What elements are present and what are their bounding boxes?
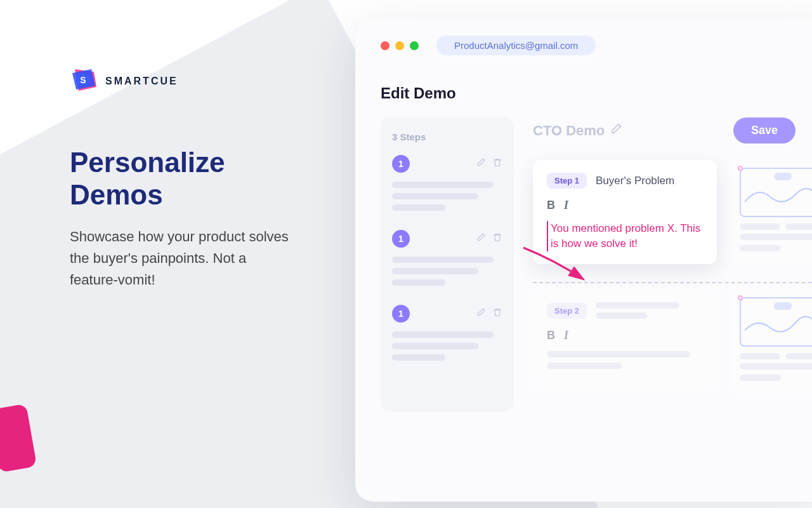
brand-logo: S SMARTCUE (70, 67, 298, 96)
step2-tag: Step 2 (547, 303, 587, 319)
italic-button[interactable]: I (564, 199, 568, 212)
steps-count: 3 Steps (392, 131, 502, 142)
step2-screenshot[interactable] (732, 290, 812, 394)
brand-name: SMARTCUE (105, 76, 178, 87)
hero-subtext: Showcase how your product solves the buy… (70, 226, 298, 291)
page-title: Edit Demo (355, 55, 812, 117)
logo-mark: S (70, 67, 99, 96)
svg-text:S: S (80, 75, 86, 85)
trash-icon[interactable] (492, 307, 502, 320)
step-number-badge: 1 (392, 230, 410, 248)
step1-card: Step 1 Buyer's Problem B I You mentioned… (533, 160, 717, 264)
minimize-dot[interactable] (395, 41, 404, 50)
trash-icon[interactable] (492, 157, 502, 170)
edit-icon[interactable] (476, 157, 486, 170)
demo-title[interactable]: CTO Demo (533, 123, 622, 139)
sidebar-step-3[interactable]: 1 (392, 305, 502, 361)
step-number-badge: 1 (392, 155, 410, 173)
step1-tag: Step 1 (547, 173, 587, 189)
sidebar-step-2[interactable]: 1 (392, 230, 502, 286)
bold-button[interactable]: B (547, 329, 555, 342)
close-dot[interactable] (381, 41, 390, 50)
step2-card[interactable]: Step 2 B I (533, 290, 717, 387)
edit-icon[interactable] (476, 232, 486, 245)
step1-name: Buyer's Problem (596, 175, 674, 187)
sidebar-step-1[interactable]: 1 (392, 155, 502, 211)
steps-sidebar: 3 Steps 1 1 (381, 117, 514, 411)
step-number-badge: 1 (392, 305, 410, 323)
step1-screenshot[interactable] (732, 160, 812, 264)
window-titlebar: ProductAnalytics@gmail.com (355, 36, 812, 55)
edit-icon[interactable] (476, 307, 486, 320)
bold-button[interactable]: B (547, 199, 555, 212)
divider (533, 282, 812, 283)
save-button[interactable]: Save (733, 117, 796, 144)
maximize-dot[interactable] (410, 41, 419, 50)
hero-headline: Personalize Demos (70, 147, 298, 211)
step1-editor[interactable]: You mentioned problem X. This is how we … (547, 221, 703, 251)
trash-icon[interactable] (492, 232, 502, 245)
account-pill[interactable]: ProductAnalytics@gmail.com (436, 36, 596, 55)
edit-title-icon[interactable] (610, 123, 622, 139)
italic-button[interactable]: I (564, 329, 568, 342)
app-window: ProductAnalytics@gmail.com Edit Demo 3 S… (355, 19, 812, 502)
